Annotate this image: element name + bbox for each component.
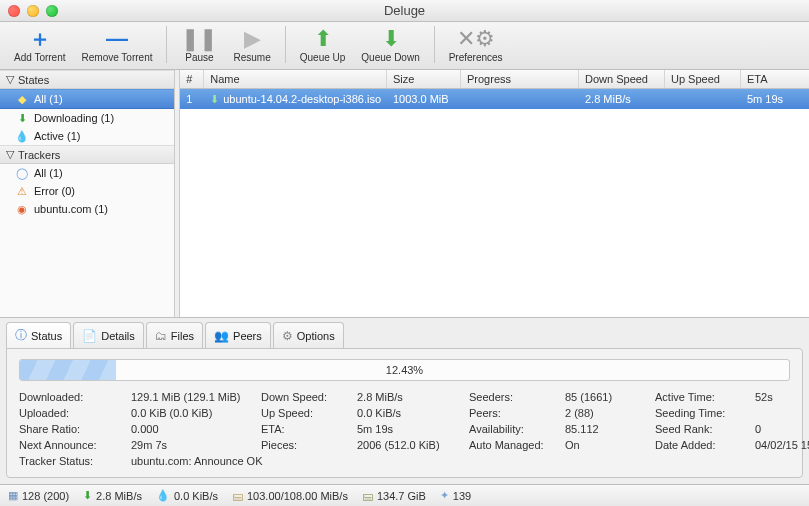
statusbar-free-space[interactable]: 🖴 134.7 GiB (362, 490, 426, 502)
download-drop-icon: ⬇ (83, 489, 92, 502)
sidebar: ▽ States ◆ All (1) ⬇ Downloading (1) 💧 A… (0, 70, 175, 317)
cell-name: ⬇ ubuntu-14.04.2-desktop-i386.iso (204, 93, 387, 106)
availability-label: Availability: (469, 423, 565, 435)
statusbar-down-value: 2.8 MiB/s (96, 490, 142, 502)
statusbar-up-value: 0.0 KiB/s (174, 490, 218, 502)
sidebar-state-downloading[interactable]: ⬇ Downloading (1) (0, 109, 174, 127)
arrow-up-icon: ⬆ (314, 26, 332, 52)
toolbar-separator (166, 26, 167, 63)
col-idx[interactable]: # (180, 70, 204, 88)
statusbar-down-speed[interactable]: ⬇ 2.8 MiB/s (83, 489, 142, 502)
col-size[interactable]: Size (387, 70, 461, 88)
sidebar-state-all[interactable]: ◆ All (1) (0, 89, 174, 109)
sidebar-tracker-ubuntu[interactable]: ◉ ubuntu.com (1) (0, 200, 174, 218)
play-icon: ▶ (244, 26, 261, 52)
statusbar: ▦ 128 (200) ⬇ 2.8 MiB/s 💧 0.0 KiB/s 🖴 10… (0, 484, 809, 506)
statusbar-dht[interactable]: ✦ 139 (440, 489, 471, 502)
disclosure-down-icon: ▽ (6, 73, 14, 86)
seeders-label: Seeders: (469, 391, 565, 403)
peers-icon: 👥 (214, 329, 229, 343)
tab-label: Files (171, 330, 194, 342)
cell-idx: 1 (180, 93, 204, 105)
titlebar: Deluge (0, 0, 809, 22)
statusbar-dht-value: 139 (453, 490, 471, 502)
resume-button[interactable]: ▶ Resume (227, 24, 276, 65)
seeding-time-label: Seeding Time: (655, 407, 755, 419)
sidebar-states-label: States (18, 74, 49, 86)
col-name[interactable]: Name (204, 70, 387, 88)
uploaded-label: Uploaded: (19, 407, 131, 419)
ubuntu-icon: ◉ (16, 203, 28, 215)
sidebar-item-label: Error (0) (34, 185, 75, 197)
tab-files[interactable]: 🗂 Files (146, 322, 203, 348)
sidebar-trackers-header[interactable]: ▽ Trackers (0, 145, 174, 164)
seed-rank-value: 0 (755, 423, 809, 435)
seed-rank-label: Seed Rank: (655, 423, 755, 435)
auto-managed-value: On (565, 439, 655, 451)
big-progress-text: 12.43% (20, 360, 789, 380)
queue-up-button[interactable]: ⬆ Queue Up (294, 24, 352, 65)
resume-label: Resume (233, 52, 270, 63)
statusbar-disk[interactable]: 🖴 103.00/108.00 MiB/s (232, 490, 348, 502)
statusbar-disk-value: 103.00/108.00 MiB/s (247, 490, 348, 502)
remove-torrent-button[interactable]: — Remove Torrent (76, 24, 159, 65)
up-speed-label: Up Speed: (261, 407, 357, 419)
pause-icon: ❚❚ (181, 26, 217, 52)
queue-down-button[interactable]: ⬇ Queue Down (355, 24, 425, 65)
active-drop-icon: 💧 (16, 130, 28, 142)
sidebar-state-active[interactable]: 💧 Active (1) (0, 127, 174, 145)
status-grid: Downloaded: 129.1 MiB (129.1 MiB) Down S… (19, 391, 790, 467)
toolbar-separator (434, 26, 435, 63)
preferences-label: Preferences (449, 52, 503, 63)
cell-down-speed: 2.8 MiB/s (579, 93, 665, 105)
globe-icon: ◯ (16, 167, 28, 179)
pieces-value: 2006 (512.0 KiB) (357, 439, 469, 451)
torrent-row[interactable]: 1 ⬇ ubuntu-14.04.2-desktop-i386.iso 1003… (180, 89, 809, 109)
tab-details[interactable]: 📄 Details (73, 322, 144, 348)
sidebar-tracker-error[interactable]: ⚠ Error (0) (0, 182, 174, 200)
tracker-status-label: Tracker Status: (19, 455, 131, 467)
add-torrent-button[interactable]: ＋ Add Torrent (8, 24, 72, 65)
downloaded-value: 129.1 MiB (129.1 MiB) (131, 391, 261, 403)
info-icon: ⓘ (15, 327, 27, 344)
queue-up-label: Queue Up (300, 52, 346, 63)
pause-label: Pause (185, 52, 213, 63)
eta-value: 5m 19s (357, 423, 469, 435)
torrent-rows[interactable]: 1 ⬇ ubuntu-14.04.2-desktop-i386.iso 1003… (180, 89, 809, 317)
toolbar-separator (285, 26, 286, 63)
disclosure-down-icon: ▽ (6, 148, 14, 161)
tab-peers[interactable]: 👥 Peers (205, 322, 271, 348)
uploaded-value: 0.0 KiB (0.0 KiB) (131, 407, 261, 419)
up-speed-value: 0.0 KiB/s (357, 407, 469, 419)
remove-torrent-label: Remove Torrent (82, 52, 153, 63)
statusbar-connections-value: 128 (200) (22, 490, 69, 502)
sidebar-tracker-all[interactable]: ◯ All (1) (0, 164, 174, 182)
tab-label: Status (31, 330, 62, 342)
tab-label: Peers (233, 330, 262, 342)
sidebar-item-label: Active (1) (34, 130, 80, 142)
statusbar-up-speed[interactable]: 💧 0.0 KiB/s (156, 489, 218, 502)
torrent-name-label: ubuntu-14.04.2-desktop-i386.iso (223, 93, 381, 105)
sidebar-trackers-label: Trackers (18, 149, 60, 161)
cell-size: 1003.0 MiB (387, 93, 461, 105)
tab-status[interactable]: ⓘ Status (6, 322, 71, 348)
preferences-button[interactable]: ✕⚙ Preferences (443, 24, 509, 65)
upload-drop-icon: 💧 (156, 489, 170, 502)
next-announce-label: Next Announce: (19, 439, 131, 451)
statusbar-connections[interactable]: ▦ 128 (200) (8, 489, 69, 502)
column-headers: # Name Size Progress Down Speed Up Speed… (180, 70, 809, 89)
col-up-speed[interactable]: Up Speed (665, 70, 741, 88)
sidebar-states-header[interactable]: ▽ States (0, 70, 174, 89)
col-progress[interactable]: Progress (461, 70, 579, 88)
active-time-label: Active Time: (655, 391, 755, 403)
sidebar-item-label: All (1) (34, 93, 63, 105)
share-ratio-value: 0.000 (131, 423, 261, 435)
toolbar: ＋ Add Torrent — Remove Torrent ❚❚ Pause … (0, 22, 809, 70)
col-eta[interactable]: ETA (741, 70, 809, 88)
pause-button[interactable]: ❚❚ Pause (175, 24, 223, 65)
files-icon: 🗂 (155, 329, 167, 343)
detail-body: 12.43% Downloaded: 129.1 MiB (129.1 MiB)… (6, 348, 803, 478)
col-down-speed[interactable]: Down Speed (579, 70, 665, 88)
tracker-status-value: ubuntu.com: Announce OK (131, 455, 809, 467)
tab-options[interactable]: ⚙ Options (273, 322, 344, 348)
